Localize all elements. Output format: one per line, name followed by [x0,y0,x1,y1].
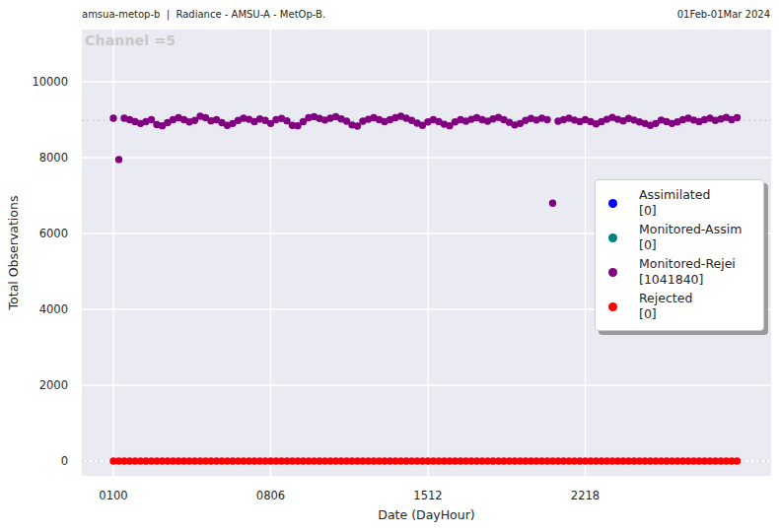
y-tick-label: 10000 [32,75,68,89]
legend-marker-icon [608,199,617,208]
legend-item: Monitored-Rejei[1041840] [608,256,753,288]
y-tick-label: 4000 [39,302,68,316]
data-point [543,116,550,123]
legend-marker-icon [608,268,617,277]
legend-item: Rejected[0] [608,291,753,322]
x-tick-label: 0806 [256,489,285,502]
data-point [148,116,155,123]
x-axis-title: Date (DayHour) [82,507,771,522]
legend-item: Monitored-Assim[0] [608,222,753,253]
x-tick-label: 0100 [99,489,127,502]
x-tick-label: 1512 [413,489,442,502]
y-tick-label: 8000 [39,151,68,165]
y-tick-label: 2000 [39,378,68,392]
legend-label: Monitored-Assim[0] [639,222,742,253]
legend-label: Assimilated[0] [639,187,710,219]
plot-header-title: amsua-metop-b | Radiance - AMSU-A - MetO… [82,9,325,20]
figure: amsua-metop-b | Radiance - AMSU-A - MetO… [0,0,779,532]
plot-header-date-range: 01Feb-01Mar 2024 [677,9,770,20]
data-point [115,156,122,163]
data-point [549,199,556,206]
legend-marker-icon [608,302,617,311]
legend-marker-icon [608,233,617,242]
legend: Assimilated[0]Monitored-Assim[0]Monitore… [595,179,764,331]
data-point [734,114,741,121]
legend-label: Monitored-Rejei[1041840] [639,256,736,288]
data-point [354,122,361,129]
x-tick-label: 2218 [571,489,600,502]
legend-item: Assimilated[0] [608,187,753,219]
data-point [734,457,741,464]
channel-watermark-label: Channel =5 [85,33,176,48]
y-tick-label: 6000 [39,227,68,240]
data-point [109,114,116,121]
y-tick-label: 0 [61,454,68,468]
legend-label: Rejected[0] [639,291,692,322]
y-axis-title: Total Observations [6,184,21,322]
